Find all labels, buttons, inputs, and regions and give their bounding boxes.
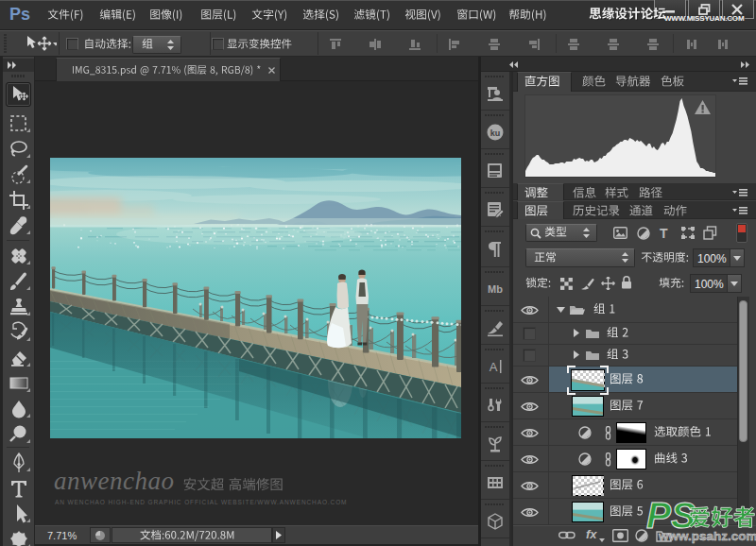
- svg-text:A: A: [490, 360, 498, 374]
- svg-text:ku: ku: [490, 128, 501, 138]
- svg-text:Mb: Mb: [488, 283, 503, 295]
